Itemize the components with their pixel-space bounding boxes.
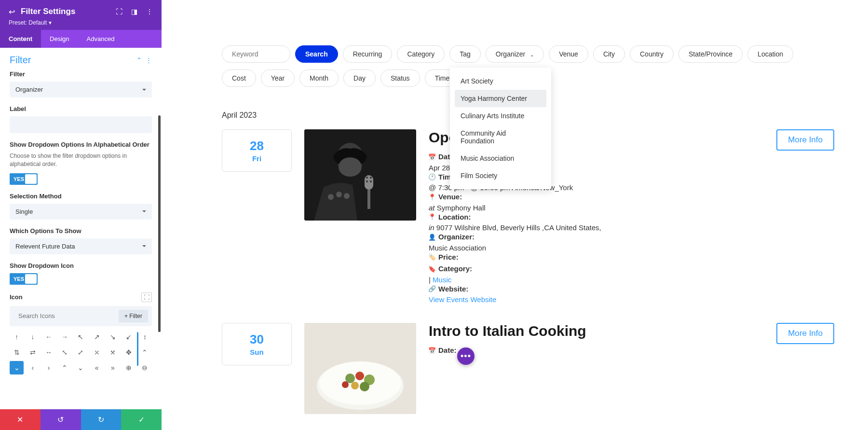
icon-search-input[interactable] (16, 310, 115, 321)
filter-tag[interactable]: Tag (449, 45, 481, 63)
icon-expand-icon[interactable]: ⛶ (141, 292, 152, 302)
filter-month[interactable]: Month (299, 69, 339, 87)
arrow-up-icon[interactable]: ↑ (10, 330, 24, 344)
more-info-button[interactable]: More Info (776, 323, 834, 344)
dropdown-option[interactable]: Community Aid Foundation (455, 125, 546, 150)
filter-location[interactable]: Location (747, 45, 793, 63)
collapse-icon[interactable]: ⌃ (136, 56, 142, 64)
move-icon[interactable]: ✥ (122, 346, 136, 359)
arrow-collapse-icon[interactable]: ⤡ (58, 346, 72, 359)
dropdown-option[interactable]: Music Association (455, 150, 546, 167)
more-info-button[interactable]: More Info (776, 129, 834, 151)
event-details: Intro to Italian Cooking 📅Date: (429, 323, 764, 357)
dropdown-option[interactable]: Yoga Harmony Center (455, 90, 546, 107)
filter-recurring[interactable]: Recurring (343, 45, 393, 63)
circle-down-icon[interactable]: ⊖ (138, 361, 152, 375)
which-select[interactable]: Relevent Future Data (10, 238, 152, 254)
keyword-input-pill[interactable] (222, 45, 290, 63)
category-value: | Music (429, 276, 764, 284)
dropdown-icon-toggle[interactable]: YES (10, 273, 38, 285)
toggle-label: YES (10, 276, 24, 282)
icon-filter-button[interactable]: + Filter (119, 310, 148, 322)
event-row: 30 Sun Intro to Italian Cooking 📅Date: M… (222, 323, 834, 414)
arrow-horiz-icon[interactable]: ⇄ (26, 346, 40, 359)
filter-day[interactable]: Day (343, 69, 376, 87)
arrow-sw-icon[interactable]: ↙ (122, 330, 136, 344)
chevron-up-icon[interactable]: ⌃ (58, 361, 72, 375)
scrollbar[interactable] (158, 115, 161, 332)
arrow-updown-icon[interactable]: ↕ (138, 330, 152, 344)
filter-cost[interactable]: Cost (222, 69, 256, 87)
redo-button[interactable]: ↻ (81, 409, 122, 430)
dropdown-option[interactable]: Culinary Arts Institute (455, 107, 546, 125)
back-icon[interactable]: ↩ (9, 7, 15, 16)
svg-point-2 (339, 157, 362, 177)
arrow-vert-icon[interactable]: ⇅ (10, 346, 24, 359)
arrow-right-icon[interactable]: → (58, 330, 72, 344)
section-more-icon[interactable]: ⋮ (146, 56, 152, 64)
filter-category[interactable]: Category (397, 45, 445, 63)
arrow-out-icon[interactable]: ⤧ (106, 346, 120, 359)
chevron-left-icon[interactable]: ‹ (26, 361, 40, 375)
panel-layout-icon[interactable]: ◨ (131, 8, 137, 15)
search-button[interactable]: Search (295, 45, 338, 63)
arrow-expand-icon[interactable]: ⤢ (74, 346, 88, 359)
filter-organizer[interactable]: Organizer ⌄ (486, 45, 544, 63)
filter-city[interactable]: City (593, 45, 625, 63)
svg-rect-4 (367, 190, 370, 209)
tab-design[interactable]: Design (41, 30, 78, 48)
caret-up-icon[interactable]: ⌃ (138, 346, 152, 359)
price-label: Price: (438, 252, 459, 263)
icon-grid: ↑ ↓ ← → ↖ ↗ ↘ ↙ ↕ ⇅ ⇄ ↔ ⤡ ⤢ ⤫ ⤧ ✥ (10, 330, 152, 375)
cancel-button[interactable]: ✕ (0, 409, 41, 430)
fab-more-icon[interactable]: ••• (457, 347, 475, 365)
filter-status[interactable]: Status (380, 69, 420, 87)
alpha-toggle[interactable]: YES (10, 173, 38, 185)
double-left-icon[interactable]: « (90, 361, 104, 375)
arrow-nw-icon[interactable]: ↖ (74, 330, 88, 344)
selection-select[interactable]: Single (10, 204, 152, 220)
arrow-se-icon[interactable]: ↘ (106, 330, 120, 344)
sidebar-header: ↩ Filter Settings ⛶ ◨ ⋮ Preset: Default … (0, 0, 162, 30)
double-right-icon[interactable]: » (106, 361, 120, 375)
filter-state[interactable]: State/Province (678, 45, 743, 63)
section-title: Filter (10, 55, 31, 66)
label-field-label: Label (10, 105, 152, 112)
filter-venue[interactable]: Venue (549, 45, 588, 63)
keyword-input[interactable] (232, 50, 280, 58)
category-link[interactable]: Music (433, 276, 451, 284)
save-button[interactable]: ✓ (121, 409, 162, 430)
website-link[interactable]: View Events Website (429, 295, 496, 304)
alpha-help: Choose to show the filter dropdown optio… (10, 152, 152, 168)
dropdown-option[interactable]: Film Society (455, 167, 546, 184)
undo-button[interactable]: ↺ (41, 409, 81, 430)
expand-icon[interactable]: ⛶ (116, 8, 122, 15)
chevron-right-icon[interactable]: › (41, 361, 55, 375)
circle-up-icon[interactable]: ⊕ (122, 361, 136, 375)
arrow-lr-icon[interactable]: ↔ (41, 346, 55, 359)
chevron-down-icon[interactable]: ⌄ (10, 361, 24, 375)
svg-point-18 (351, 382, 359, 389)
chevron-down2-icon[interactable]: ⌄ (74, 361, 88, 375)
arrow-down-icon[interactable]: ↓ (26, 330, 40, 344)
arrow-in-icon[interactable]: ⤫ (90, 346, 104, 359)
bottom-bar: ✕ ↺ ↻ ✓ (0, 409, 162, 430)
preset-label[interactable]: Preset: Default ▾ (9, 19, 153, 26)
filter-country[interactable]: Country (630, 45, 674, 63)
tab-content[interactable]: Content (0, 30, 41, 48)
panel-title: Filter Settings (21, 7, 110, 16)
tab-advanced[interactable]: Advanced (78, 30, 123, 48)
organizer-label: Organizer: (438, 232, 475, 243)
filter-select[interactable]: Organizer (10, 82, 152, 97)
arrow-ne-icon[interactable]: ↗ (90, 330, 104, 344)
arrow-left-icon[interactable]: ← (41, 330, 55, 344)
filter-year[interactable]: Year (261, 69, 295, 87)
dropdown-option[interactable]: Art Society (455, 72, 546, 90)
date-day: 30 (222, 332, 291, 347)
icon-scrollbar[interactable] (137, 332, 138, 366)
svg-point-19 (360, 382, 369, 391)
label-input[interactable] (10, 116, 152, 133)
calendar-icon: 📅 (429, 153, 435, 162)
settings-sidebar: ↩ Filter Settings ⛶ ◨ ⋮ Preset: Default … (0, 0, 162, 430)
more-icon[interactable]: ⋮ (146, 8, 153, 15)
